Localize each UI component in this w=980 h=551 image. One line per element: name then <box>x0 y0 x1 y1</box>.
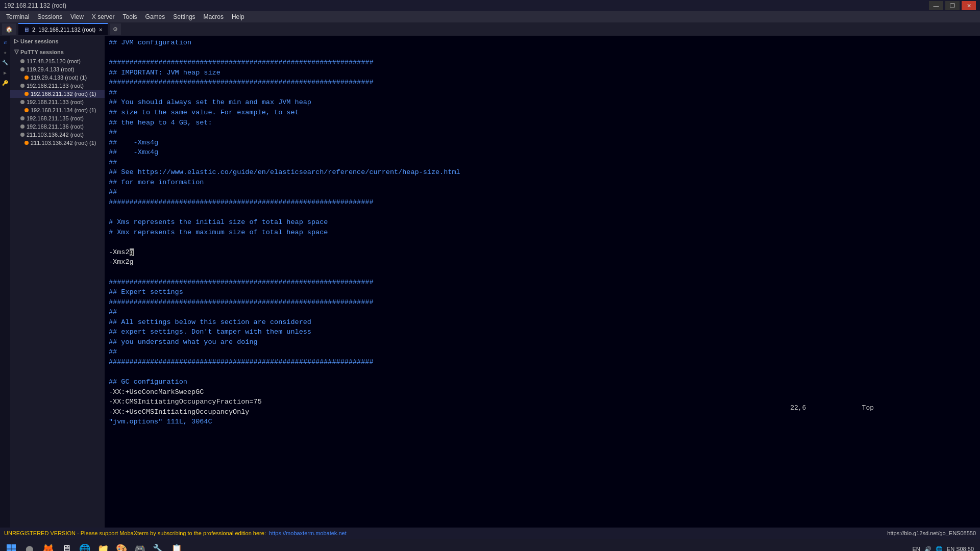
session-211-242[interactable]: 211.103.136.242 (root) <box>10 131 105 139</box>
session-192-132-1[interactable]: 192.168.211.132 (root) (1) <box>10 90 105 98</box>
ssh-icon[interactable]: 🔑 <box>1 79 10 88</box>
tab-bar: 🏠 🖥 2: 192.168.211.132 (root) ✕ ⚙ <box>0 22 980 36</box>
taskbar-clip-icon[interactable]: 📋 <box>167 540 186 551</box>
status-right: https://blo.g12sd.net/go_ENS08550 <box>887 530 976 536</box>
main-area: ⇄ ★ 🔧 ▶ 🔑 ▷ User sessions ▽ PuTTY sessio… <box>0 36 980 528</box>
taskbar-tools-icon[interactable]: 🔧 <box>149 540 167 551</box>
session-name: 119.29.4.133 (root) (1) <box>31 74 87 81</box>
session-192-134-1[interactable]: 192.168.211.134 (root) (1) <box>10 106 105 114</box>
window-title: 192.168.211.132 (root) <box>4 2 929 9</box>
putty-expand-icon: ▽ <box>14 48 18 55</box>
side-icon-strip: ⇄ ★ 🔧 ▶ 🔑 <box>0 36 10 528</box>
menu-item-settings[interactable]: Settings <box>169 12 199 21</box>
menu-item-help[interactable]: Help <box>228 12 249 21</box>
taskbar-time: EN S08:50 <box>947 546 974 551</box>
taskbar-chrome-icon[interactable]: 🌐 <box>76 540 94 551</box>
dot-icon <box>24 76 29 80</box>
menu-bar: TerminalSessionsViewX serverToolsGamesSe… <box>0 11 980 22</box>
dot-icon <box>20 84 24 88</box>
dot-icon <box>24 141 29 145</box>
cursor-position: 22,6 Top <box>105 404 874 413</box>
dot-icon <box>24 92 29 96</box>
sessions-icon[interactable]: ⇄ <box>1 38 10 47</box>
dot-icon <box>20 133 24 137</box>
terminal-area[interactable]: ## JVM configuration ###################… <box>105 36 980 528</box>
terminal-content: ## JVM configuration ###################… <box>109 38 976 427</box>
menu-item-macros[interactable]: Macros <box>200 12 228 21</box>
svg-rect-0 <box>7 544 11 549</box>
session-name: 192.168.211.135 (root) <box>27 115 84 121</box>
taskbar-game-icon[interactable]: 🎮 <box>131 540 149 551</box>
user-sessions-label: User sessions <box>20 38 59 44</box>
taskbar-lang: EN <box>913 546 920 551</box>
taskbar-right-area: EN 🔊 🌐 EN S08:50 <box>913 546 978 552</box>
session-name: 192.168.211.132 (root) (1) <box>31 91 96 97</box>
putty-sessions-header[interactable]: ▽ PuTTY sessions <box>10 46 105 57</box>
sidebar: ▷ User sessions ▽ PuTTY sessions 117.48.… <box>10 36 105 528</box>
menu-item-sessions[interactable]: Sessions <box>33 12 66 21</box>
taskbar-mobaterm-icon[interactable]: 🖥 <box>57 540 76 551</box>
tools-icon[interactable]: ★ <box>1 48 10 57</box>
macros-icon[interactable]: ▶ <box>1 68 10 78</box>
session-name: 192.168.211.134 (root) (1) <box>31 107 96 113</box>
close-button[interactable]: ✕ <box>962 1 976 10</box>
tab-icon: 🖥 <box>23 27 29 33</box>
taskbar-firefox-icon[interactable]: 🦊 <box>39 540 57 551</box>
dot-icon <box>20 100 24 104</box>
taskbar-search-icon[interactable]: ⬤ <box>20 540 39 551</box>
windows-logo-icon <box>6 544 16 551</box>
menu-item-x server[interactable]: X server <box>88 12 119 21</box>
svg-rect-2 <box>7 549 11 552</box>
status-bar: UNREGISTERED VERSION - Please support Mo… <box>0 528 980 539</box>
minimize-button[interactable]: — <box>929 1 943 10</box>
user-sessions-header[interactable]: ▷ User sessions <box>10 36 105 46</box>
dot-icon <box>20 116 24 120</box>
session-192-136[interactable]: 192.168.211.136 (root) <box>10 122 105 131</box>
session-192-133[interactable]: 192.168.211.133 (root) <box>10 82 105 90</box>
title-bar: 192.168.211.132 (root) — ❐ ✕ <box>0 0 980 11</box>
svg-rect-3 <box>12 549 16 552</box>
taskbar-files-icon[interactable]: 📁 <box>94 540 112 551</box>
taskbar-volume-icon[interactable]: 🔊 <box>924 546 932 552</box>
status-left: UNREGISTERED VERSION - Please support Mo… <box>4 530 887 536</box>
tab-close-button[interactable]: ✕ <box>99 27 103 33</box>
taskbar-paint-icon[interactable]: 🎨 <box>112 540 131 551</box>
taskbar-network-icon[interactable]: 🌐 <box>936 546 943 552</box>
menu-item-terminal[interactable]: Terminal <box>2 12 33 21</box>
session-name: 117.48.215.120 (root) <box>27 58 81 64</box>
session-name: 192.168.211.133 (root) <box>27 83 84 89</box>
session-name: 192.168.211.133 (root) <box>27 99 84 105</box>
session-119-133-1[interactable]: 119.29.4.133 (root) (1) <box>10 73 105 82</box>
tools2-icon[interactable]: 🔧 <box>1 58 10 67</box>
session-192-135[interactable]: 192.168.211.135 (root) <box>10 114 105 122</box>
session-name: 211.103.136.242 (root) (1) <box>31 140 96 146</box>
right-status-text: https://blo.g12sd.net/go_ENS08550 <box>887 530 976 536</box>
session-192-133-b[interactable]: 192.168.211.133 (root) <box>10 98 105 106</box>
dot-icon <box>24 108 29 112</box>
session-211-242-1[interactable]: 211.103.136.242 (root) (1) <box>10 139 105 147</box>
session-name: 192.168.211.136 (root) <box>27 123 84 130</box>
unregistered-text: UNREGISTERED VERSION - Please support Mo… <box>4 530 266 536</box>
dot-icon <box>20 67 24 71</box>
putty-sessions-label: PuTTY sessions <box>20 49 64 55</box>
active-tab[interactable]: 🖥 2: 192.168.211.132 (root) ✕ <box>18 23 108 35</box>
session-name: 211.103.136.242 (root) <box>27 132 84 138</box>
tab-home-icon[interactable]: 🏠 <box>2 23 16 35</box>
windows-taskbar: ⬤ 🦊 🖥 🌐 📁 🎨 🎮 🔧 📋 EN 🔊 🌐 EN S08:50 <box>0 539 980 551</box>
maximize-button[interactable]: ❐ <box>945 1 960 10</box>
menu-item-tools[interactable]: Tools <box>119 12 141 21</box>
window-controls: — ❐ ✕ <box>929 1 976 10</box>
dot-icon <box>20 59 24 63</box>
mobatek-link[interactable]: https://mobaxterm.mobatek.net <box>269 530 347 536</box>
expand-icon: ▷ <box>14 38 18 44</box>
tab-settings-button[interactable]: ⚙ <box>110 23 121 35</box>
session-117[interactable]: 117.48.215.120 (root) <box>10 57 105 65</box>
dot-icon <box>20 124 24 129</box>
start-button[interactable] <box>2 540 20 551</box>
session-name: 119.29.4.133 (root) <box>27 66 75 72</box>
menu-item-view[interactable]: View <box>66 12 88 21</box>
tab-label: 2: 192.168.211.132 (root) <box>32 27 95 33</box>
session-119-133[interactable]: 119.29.4.133 (root) <box>10 65 105 73</box>
svg-rect-1 <box>12 544 16 549</box>
menu-item-games[interactable]: Games <box>141 12 169 21</box>
